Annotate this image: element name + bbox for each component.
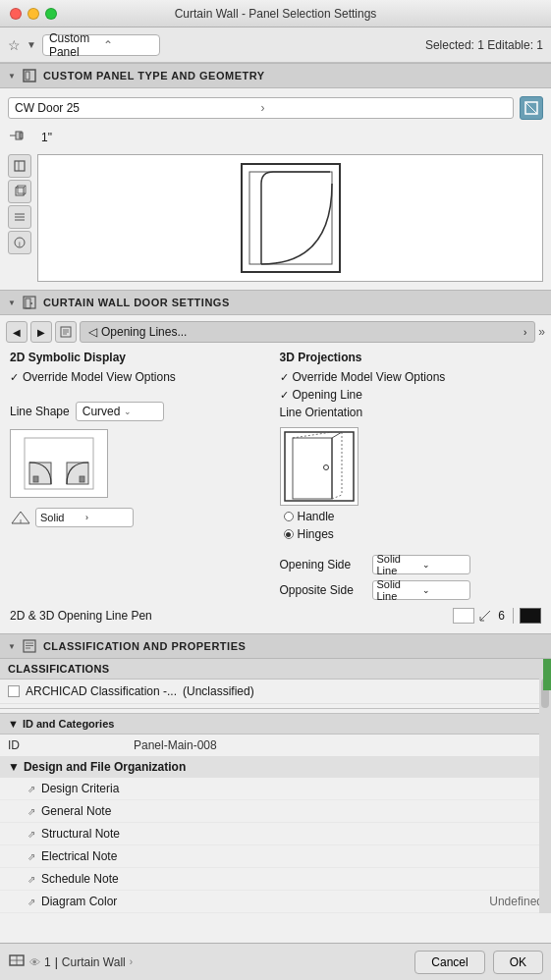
chevron-right-icon: › — [85, 513, 129, 522]
pen-row: 2D & 3D Opening Line Pen 6 — [6, 600, 545, 627]
chevron-down-icon: ⌄ — [422, 560, 466, 570]
curtain-wall-door-section-header[interactable]: ▼ Curtain Wall Door Settings — [0, 290, 551, 315]
nav-arrow-button[interactable]: ▼ — [27, 39, 36, 50]
3d-override-checkbox-row[interactable]: ✓ Override Model View Options — [280, 370, 542, 384]
front-view-button[interactable] — [520, 96, 543, 120]
svg-rect-46 — [24, 640, 35, 652]
svg-rect-9 — [16, 188, 24, 195]
design-org-label: Design and File Organization — [24, 760, 186, 774]
nav-edit-button[interactable] — [55, 321, 77, 343]
2d-override-checkbox-row[interactable]: ✓ Override Model View Options — [10, 370, 272, 384]
classification-checkbox[interactable] — [8, 685, 20, 697]
3d-projections-col: 3D Projections ✓ Override Model View Opt… — [280, 351, 542, 600]
nav-expand-button[interactable]: » — [538, 325, 545, 339]
opposite-side-dropdown[interactable]: Solid Line ⌄ — [372, 580, 470, 600]
door-3d-preview — [280, 427, 358, 506]
pen-color-swatch[interactable] — [520, 608, 541, 624]
link-icon: ⇗ — [28, 784, 35, 794]
2d-symbolic-col: 2D Symbolic Display ✓ Override Model Vie… — [10, 351, 280, 600]
classifications-subheader: Classifications — [0, 659, 551, 680]
id-key: ID — [8, 738, 126, 752]
svg-point-37 — [323, 465, 328, 470]
link-icon: ⇗ — [28, 874, 35, 885]
wall-icon — [8, 952, 26, 972]
id-categories-subheader: ▼ ID and Categories — [0, 713, 551, 735]
pen-controls: 6 — [453, 608, 541, 624]
ok-button[interactable]: OK — [493, 951, 543, 974]
classification-section-header[interactable]: ▼ Classification and Properties — [0, 633, 551, 659]
view-info-button[interactable]: i — [8, 231, 31, 254]
panel-dropdown[interactable]: CW Door 25 › — [8, 97, 514, 119]
cancel-button[interactable]: Cancel — [414, 951, 484, 974]
design-criteria-label: Design Criteria — [41, 782, 119, 795]
selection-info: Selected: 1 Editable: 1 — [425, 38, 543, 52]
layer-separator: | — [55, 955, 58, 969]
collapse-icon: ▼ — [8, 72, 16, 81]
opening-lines-tab[interactable]: ◁ Opening Lines... › — [80, 321, 535, 343]
panel-type-selector[interactable]: Custom Panel ⌃ — [42, 34, 160, 56]
scrollbar-track[interactable] — [539, 659, 551, 913]
check-icon: ✓ — [10, 371, 19, 384]
custom-panel-section-header[interactable]: ▼ Custom Panel Type and Geometry — [0, 63, 551, 88]
shape-selector: Line Shape Curved ⌄ — [10, 402, 272, 421]
handle-radio-row[interactable]: Handle — [284, 510, 542, 523]
thickness-row: 1" — [0, 128, 551, 150]
collapse-icon: ▼ — [8, 642, 16, 651]
diagram-color-item: ⇗ Diagram Color Undefined — [0, 891, 551, 913]
svg-line-42 — [332, 495, 342, 499]
bottom-bar: 👁 1 | Curtain Wall › Cancel OK — [0, 943, 551, 980]
hinges-radio[interactable] — [284, 529, 294, 539]
opening-side-dropdown[interactable]: Solid Line ⌄ — [372, 555, 470, 574]
opening-side-label: Opening Side — [280, 558, 368, 572]
opening-line-checkbox-row[interactable]: ✓ Opening Line — [280, 388, 542, 402]
view-2d-button[interactable] — [8, 154, 31, 178]
chevron-down-icon: ⌄ — [422, 585, 466, 595]
pen-number: 6 — [498, 609, 505, 623]
classification-section-title: Classification and Properties — [43, 640, 246, 652]
layer-expand-icon[interactable]: › — [130, 956, 133, 967]
door-settings-icon — [22, 295, 37, 310]
nav-tab-expand-icon: › — [523, 327, 526, 338]
maximize-button[interactable] — [45, 8, 57, 20]
favorite-button[interactable]: ☆ — [8, 37, 21, 53]
hinges-radio-row[interactable]: Hinges — [284, 527, 542, 541]
id-value: Panel-Main-008 — [134, 738, 217, 752]
nav-back-button[interactable]: ◀ — [6, 321, 28, 343]
shape-preview — [10, 429, 108, 498]
pen-label: 2D & 3D Opening Line Pen — [10, 609, 445, 623]
panel-preview-canvas — [37, 154, 543, 282]
hinges-label: Hinges — [298, 527, 334, 541]
svg-line-43 — [480, 611, 490, 621]
toolbar: ☆ ▼ Custom Panel ⌃ Selected: 1 Editable:… — [0, 27, 551, 63]
handle-radio[interactable] — [284, 512, 294, 521]
settings-columns: 2D Symbolic Display ✓ Override Model Vie… — [6, 351, 545, 600]
check-icon: ✓ — [280, 371, 289, 384]
pen-separator — [513, 608, 514, 624]
collapse-icon: ▼ — [8, 760, 20, 774]
handle-label: Handle — [298, 510, 335, 523]
svg-point-23 — [30, 302, 32, 304]
close-button[interactable] — [10, 8, 22, 20]
title-bar: Curtain Wall - Panel Selection Settings — [0, 0, 551, 27]
nav-forward-button[interactable]: ▶ — [30, 321, 52, 343]
classification-section: Classifications ARCHICAD Classification … — [0, 659, 551, 913]
line-shape-dropdown[interactable]: Curved ⌄ — [76, 402, 164, 421]
view-3d-button[interactable] — [8, 180, 31, 203]
collapse-icon: ▼ — [8, 718, 19, 730]
opening-line-label: Opening Line — [293, 388, 362, 402]
minimize-button[interactable] — [28, 8, 39, 20]
design-org-header[interactable]: ▼ Design and File Organization — [0, 756, 551, 778]
id-row: ID Panel-Main-008 — [0, 735, 551, 756]
diagram-color-label: Diagram Color — [41, 895, 117, 908]
green-accent-bar — [543, 659, 551, 690]
classification-name: ARCHICAD Classification -... — [26, 684, 177, 698]
svg-rect-36 — [293, 438, 332, 499]
pen-box[interactable] — [453, 608, 474, 624]
panel-type-area: CW Door 25 › — [0, 88, 551, 128]
thickness-icon — [8, 128, 37, 146]
2d-symbolic-title: 2D Symbolic Display — [10, 351, 272, 364]
stroke-dropdown[interactable]: Solid › — [35, 508, 134, 527]
pen-count-icon — [478, 609, 492, 623]
view-list-button[interactable] — [8, 205, 31, 229]
svg-rect-29 — [29, 463, 51, 484]
